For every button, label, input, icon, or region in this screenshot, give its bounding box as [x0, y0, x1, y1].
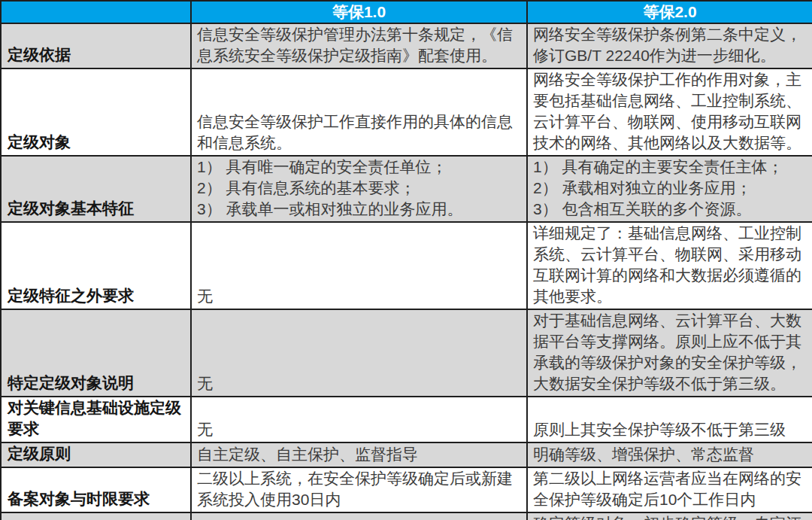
header-dengbao-2-0: 等保2.0	[527, 1, 812, 23]
cell-dengbao2: 1） 具有确定的主要安全责任主体； 2） 承载相对独立的业务应用； 3） 包含相…	[527, 156, 812, 222]
table-row: 定级特征之外要求 无 详细规定了：基础信息网络、工业控制系统、云计算平台、物联网…	[1, 222, 812, 309]
table-row: 定级依据 信息安全等级保护管理办法第十条规定，《信息系统安全等级保护定级指南》配…	[1, 23, 812, 68]
row-label: 备案对象与时限要求	[1, 467, 191, 512]
cell-dengbao2: 网络安全等级保护工作的作用对象，主要包括基础信息网络、工业控制系统、云计算平台、…	[527, 68, 812, 156]
cell-dengbao1: 无	[191, 222, 527, 309]
row-label: 定级原则	[1, 442, 191, 467]
table-row: 特定定级对象说明 无 对于基础信息网络、云计算平台、大数据平台等支撑网络。原则上…	[1, 309, 812, 397]
cell-dengbao1: 直接根据定级要素与安全等级关系定级	[191, 512, 527, 520]
table-row: 备案对象与时限要求 二级以上系统，在安全保护等级确定后或新建系统投入使用30日内…	[1, 467, 812, 512]
header-corner-cell	[1, 1, 191, 23]
cell-dengbao2: 网络安全等级保护条例第二条中定义，修订GB/T 22240作为进一步细化。	[527, 23, 812, 68]
row-label: 特定定级对象说明	[1, 309, 191, 397]
row-label: 定级对象基本特征	[1, 156, 191, 222]
cell-dengbao1: 无	[191, 397, 527, 442]
row-label: 定级对象	[1, 68, 191, 156]
table-row: 对关键信息基础设施定级要求 无 原则上其安全保护等级不低于第三级	[1, 397, 812, 442]
cell-dengbao1: 信息安全等级保护管理办法第十条规定，《信息系统安全等级保护定级指南》配套使用。	[191, 23, 527, 68]
table-row: 定级原则 自主定级、自主保护、监督指导 明确等级、增强保护、常态监督	[1, 442, 812, 467]
dengbao-comparison-page: 等保1.0 等保2.0 定级依据 信息安全等级保护管理办法第十条规定，《信息系统…	[0, 0, 812, 520]
cell-dengbao1: 自主定级、自主保护、监督指导	[191, 442, 527, 467]
cell-dengbao2: 原则上其安全保护等级不低于第三级	[527, 397, 812, 442]
cell-dengbao2: 明确等级、增强保护、常态监督	[527, 442, 812, 467]
cell-dengbao2: 确定等级对象→初步确定等级→专家评审→主管部门审核→公安机关备案审查	[527, 512, 812, 520]
cell-dengbao1: 1） 具有唯一确定的安全责任单位； 2） 具有信息系统的基本要求； 3） 承载单…	[191, 156, 527, 222]
cell-dengbao1: 信息安全等级保护工作直接作用的具体的信息和信息系统。	[191, 68, 527, 156]
comparison-table: 等保1.0 等保2.0 定级依据 信息安全等级保护管理办法第十条规定，《信息系统…	[0, 0, 812, 520]
row-label: 定级特征之外要求	[1, 222, 191, 309]
row-label: 定级依据	[1, 23, 191, 68]
table-row: 定级对象 信息安全等级保护工作直接作用的具体的信息和信息系统。 网络安全等级保护…	[1, 68, 812, 156]
cell-dengbao1: 二级以上系统，在安全保护等级确定后或新建系统投入使用30日内	[191, 467, 527, 512]
table-row: 定级流程 直接根据定级要素与安全等级关系定级 确定等级对象→初步确定等级→专家评…	[1, 512, 812, 520]
header-row: 等保1.0 等保2.0	[1, 1, 812, 23]
table-row: 定级对象基本特征 1） 具有唯一确定的安全责任单位； 2） 具有信息系统的基本要…	[1, 156, 812, 222]
row-label: 对关键信息基础设施定级要求	[1, 397, 191, 442]
cell-dengbao2: 对于基础信息网络、云计算平台、大数据平台等支撑网络。原则上应不低于其承载的等级保…	[527, 309, 812, 397]
header-dengbao-1-0: 等保1.0	[191, 1, 527, 23]
cell-dengbao2: 第二级以上网络运营者应当在网络的安全保护等级确定后10个工作日内	[527, 467, 812, 512]
cell-dengbao1: 无	[191, 309, 527, 397]
cell-dengbao2: 详细规定了：基础信息网络、工业控制系统、云计算平台、物联网、采用移动互联网计算的…	[527, 222, 812, 309]
row-label: 定级流程	[1, 512, 191, 520]
